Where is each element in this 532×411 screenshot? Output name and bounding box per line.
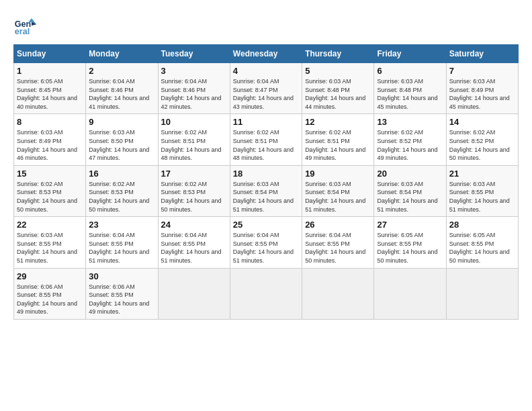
sunset-label: Sunset: 8:48 PM	[377, 87, 422, 93]
day-number: 21	[449, 169, 515, 179]
sunset-label: Sunset: 8:55 PM	[17, 240, 62, 247]
sunrise-label: Sunrise: 6:03 AM	[233, 181, 279, 187]
day-number: 17	[161, 169, 227, 179]
daylight-label: Daylight: 14 hours and 41 minutes.	[89, 95, 149, 110]
daylight-label: Daylight: 14 hours and 50 minutes.	[89, 197, 149, 213]
logo: Gen eral	[13, 13, 40, 38]
calendar-cell: 4 Sunrise: 6:04 AM Sunset: 8:47 PM Dayli…	[230, 63, 302, 114]
header-day-sunday: Sunday	[14, 45, 86, 63]
sunset-label: Sunset: 8:55 PM	[161, 240, 206, 247]
sunset-label: Sunset: 8:46 PM	[89, 87, 134, 93]
calendar-cell	[230, 268, 302, 319]
daylight-label: Daylight: 14 hours and 49 minutes.	[17, 300, 77, 316]
sunrise-label: Sunrise: 6:04 AM	[161, 232, 208, 238]
daylight-label: Daylight: 14 hours and 40 minutes.	[17, 95, 77, 110]
sunset-label: Sunset: 8:47 PM	[233, 87, 278, 93]
sunrise-label: Sunrise: 6:04 AM	[161, 78, 208, 85]
daylight-label: Daylight: 14 hours and 45 minutes.	[449, 95, 510, 110]
calendar-week-row: 8 Sunrise: 6:03 AM Sunset: 8:49 PM Dayli…	[14, 114, 519, 165]
day-info: Sunrise: 6:03 AM Sunset: 8:49 PM Dayligh…	[449, 77, 515, 111]
daylight-label: Daylight: 14 hours and 46 minutes.	[17, 146, 77, 162]
sunset-label: Sunset: 8:55 PM	[377, 240, 422, 247]
sunset-label: Sunset: 8:52 PM	[377, 138, 422, 144]
calendar-cell: 19 Sunrise: 6:03 AM Sunset: 8:54 PM Dayl…	[302, 165, 374, 216]
calendar-cell: 10 Sunrise: 6:02 AM Sunset: 8:51 PM Dayl…	[158, 114, 230, 165]
day-number: 22	[17, 220, 83, 230]
sunset-label: Sunset: 8:53 PM	[161, 189, 206, 195]
calendar-cell	[158, 268, 230, 319]
day-info: Sunrise: 6:02 AM Sunset: 8:53 PM Dayligh…	[161, 180, 227, 214]
sunrise-label: Sunrise: 6:06 AM	[17, 283, 63, 290]
sunset-label: Sunset: 8:54 PM	[377, 189, 422, 195]
calendar-week-row: 29 Sunrise: 6:06 AM Sunset: 8:55 PM Dayl…	[14, 268, 519, 319]
calendar-cell: 3 Sunrise: 6:04 AM Sunset: 8:46 PM Dayli…	[158, 63, 230, 114]
day-info: Sunrise: 6:06 AM Sunset: 8:55 PM Dayligh…	[89, 283, 154, 316]
sunrise-label: Sunrise: 6:02 AM	[305, 129, 351, 136]
calendar-cell: 7 Sunrise: 6:03 AM Sunset: 8:49 PM Dayli…	[446, 63, 518, 114]
logo-icon: Gen eral	[13, 13, 38, 38]
day-info: Sunrise: 6:04 AM Sunset: 8:55 PM Dayligh…	[305, 231, 371, 265]
calendar-cell: 25 Sunrise: 6:04 AM Sunset: 8:55 PM Dayl…	[230, 217, 302, 268]
day-info: Sunrise: 6:05 AM Sunset: 8:55 PM Dayligh…	[449, 231, 515, 265]
sunrise-label: Sunrise: 6:02 AM	[17, 181, 63, 187]
day-number: 10	[161, 117, 227, 127]
sunrise-label: Sunrise: 6:02 AM	[161, 181, 208, 187]
sunrise-label: Sunrise: 6:05 AM	[449, 232, 496, 238]
sunset-label: Sunset: 8:51 PM	[305, 138, 350, 144]
sunrise-label: Sunrise: 6:03 AM	[377, 181, 423, 187]
sunset-label: Sunset: 8:55 PM	[449, 240, 494, 247]
daylight-label: Daylight: 14 hours and 48 minutes.	[161, 146, 222, 162]
daylight-label: Daylight: 14 hours and 50 minutes.	[449, 248, 510, 264]
daylight-label: Daylight: 14 hours and 51 minutes.	[161, 248, 222, 264]
day-info: Sunrise: 6:04 AM Sunset: 8:46 PM Dayligh…	[89, 77, 154, 111]
sunset-label: Sunset: 8:51 PM	[161, 138, 206, 144]
day-info: Sunrise: 6:02 AM Sunset: 8:52 PM Dayligh…	[377, 128, 443, 162]
day-number: 5	[305, 66, 371, 76]
day-number: 19	[305, 169, 371, 179]
calendar-cell: 12 Sunrise: 6:02 AM Sunset: 8:51 PM Dayl…	[302, 114, 374, 165]
day-info: Sunrise: 6:05 AM Sunset: 8:55 PM Dayligh…	[377, 231, 443, 265]
header-day-monday: Monday	[86, 45, 158, 63]
sunrise-label: Sunrise: 6:05 AM	[377, 232, 423, 238]
header: Gen eral	[13, 13, 519, 38]
calendar-cell: 30 Sunrise: 6:06 AM Sunset: 8:55 PM Dayl…	[86, 268, 158, 319]
sunset-label: Sunset: 8:55 PM	[89, 291, 134, 298]
sunset-label: Sunset: 8:54 PM	[233, 189, 278, 195]
daylight-label: Daylight: 14 hours and 43 minutes.	[233, 95, 294, 110]
day-info: Sunrise: 6:03 AM Sunset: 8:54 PM Dayligh…	[305, 180, 371, 214]
sunrise-label: Sunrise: 6:03 AM	[377, 78, 423, 85]
day-info: Sunrise: 6:06 AM Sunset: 8:55 PM Dayligh…	[17, 283, 83, 316]
daylight-label: Daylight: 14 hours and 50 minutes.	[377, 248, 437, 264]
day-info: Sunrise: 6:03 AM Sunset: 8:54 PM Dayligh…	[377, 180, 443, 214]
sunset-label: Sunset: 8:50 PM	[89, 138, 134, 144]
sunrise-label: Sunrise: 6:02 AM	[449, 129, 496, 136]
sunrise-label: Sunrise: 6:03 AM	[305, 181, 351, 187]
day-info: Sunrise: 6:02 AM Sunset: 8:51 PM Dayligh…	[305, 128, 371, 162]
day-info: Sunrise: 6:04 AM Sunset: 8:55 PM Dayligh…	[233, 231, 299, 265]
sunset-label: Sunset: 8:54 PM	[305, 189, 350, 195]
day-info: Sunrise: 6:03 AM Sunset: 8:48 PM Dayligh…	[305, 77, 371, 111]
sunrise-label: Sunrise: 6:03 AM	[17, 129, 63, 136]
day-info: Sunrise: 6:03 AM Sunset: 8:50 PM Dayligh…	[89, 128, 154, 162]
sunrise-label: Sunrise: 6:03 AM	[305, 78, 351, 85]
day-number: 18	[233, 169, 299, 179]
daylight-label: Daylight: 14 hours and 49 minutes.	[89, 300, 149, 316]
calendar-cell: 16 Sunrise: 6:02 AM Sunset: 8:53 PM Dayl…	[86, 165, 158, 216]
sunset-label: Sunset: 8:49 PM	[17, 138, 62, 144]
daylight-label: Daylight: 14 hours and 50 minutes.	[161, 197, 222, 213]
calendar-header-row: SundayMondayTuesdayWednesdayThursdayFrid…	[14, 45, 519, 63]
day-number: 25	[233, 220, 299, 230]
daylight-label: Daylight: 14 hours and 49 minutes.	[377, 146, 437, 162]
day-number: 20	[377, 169, 443, 179]
calendar-cell	[374, 268, 446, 319]
day-number: 6	[377, 66, 443, 76]
calendar-cell: 23 Sunrise: 6:04 AM Sunset: 8:55 PM Dayl…	[86, 217, 158, 268]
calendar-week-row: 22 Sunrise: 6:03 AM Sunset: 8:55 PM Dayl…	[14, 217, 519, 268]
day-number: 14	[449, 117, 515, 127]
calendar-cell: 29 Sunrise: 6:06 AM Sunset: 8:55 PM Dayl…	[14, 268, 86, 319]
day-info: Sunrise: 6:03 AM Sunset: 8:55 PM Dayligh…	[449, 180, 515, 214]
header-day-thursday: Thursday	[302, 45, 374, 63]
day-number: 30	[89, 271, 154, 281]
sunset-label: Sunset: 8:46 PM	[161, 87, 206, 93]
calendar-week-row: 15 Sunrise: 6:02 AM Sunset: 8:53 PM Dayl…	[14, 165, 519, 216]
